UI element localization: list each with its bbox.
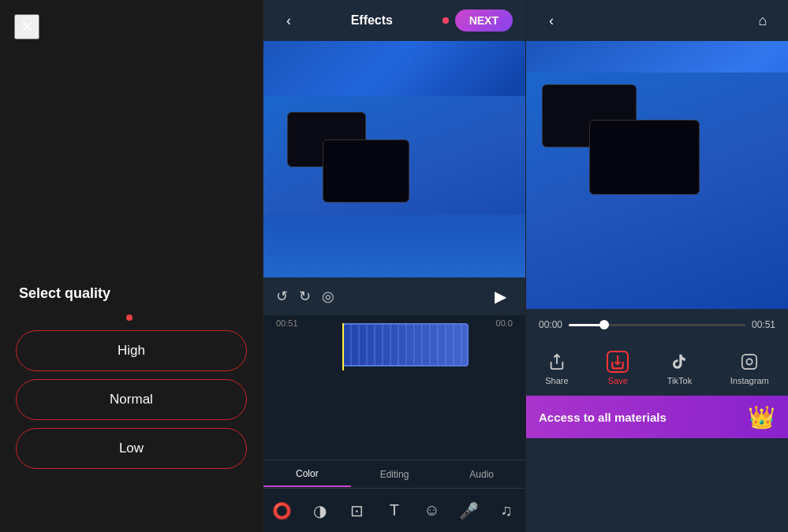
crown-icon: 👑 [748,404,775,430]
redo-icon[interactable]: ↻ [299,288,311,305]
instagram-action[interactable]: Instagram [730,351,769,385]
quality-panel: ✕ Select quality High Normal Low [0,0,263,532]
share-icon [546,351,568,373]
tiktok-label: TikTok [667,376,692,385]
crop-icon[interactable]: ⊡ [343,497,372,525]
timeline-clip[interactable] [342,323,469,366]
emoji-icon[interactable]: ☺ [417,497,446,525]
effects-title: Effects [301,13,443,28]
home-button[interactable]: ⌂ [750,8,775,33]
share-action[interactable]: Share [545,351,568,385]
low-quality-button[interactable]: Low [16,428,247,469]
play-button[interactable]: ▶ [487,284,513,309]
back-button[interactable]: ‹ [276,8,301,33]
promo-text: Access to all materials [539,411,740,424]
text-icon[interactable]: T [380,497,409,525]
save-timeline-bar: 00:00 00:51 [526,309,788,340]
next-button[interactable]: NEXT [455,9,513,32]
effects-panel: ‹ Effects NEXT ↺ ↻ ◎ ▶ 00:51 00.0 [263,0,526,532]
quality-title: Select quality [16,285,247,302]
save-back-button[interactable]: ‹ [539,8,564,33]
clip-pattern [344,325,467,365]
save-progress-bar[interactable] [569,324,745,326]
volume-icon[interactable]: ◎ [322,288,334,305]
instagram-label: Instagram [730,376,769,385]
save-time-start: 00:00 [539,319,562,330]
circle-tool-icon[interactable]: ⭕ [268,497,297,525]
tiktok-action[interactable]: TikTok [667,351,692,385]
promo-banner[interactable]: Access to all materials 👑 [526,396,788,438]
timeline-track[interactable] [263,323,525,370]
effects-header: ‹ Effects NEXT [263,0,525,41]
contrast-icon[interactable]: ◑ [305,497,334,525]
save-label: Save [608,376,628,385]
effects-tabs: Color Editing Audio [263,459,525,488]
mic-icon[interactable]: 🎤 [455,497,484,525]
save-header: ‹ ⌂ [526,0,788,41]
save-actions-bar: Share Save TikTok [526,340,788,396]
effects-video-preview [263,41,525,277]
playback-controls: ↺ ↻ ◎ ▶ [263,277,525,315]
undo-icon[interactable]: ↺ [276,288,288,305]
high-quality-button[interactable]: High [16,330,247,371]
quality-content: Select quality High Normal Low [0,285,263,469]
tiktok-icon [668,351,690,373]
timeline-cursor [342,323,344,370]
tab-editing[interactable]: Editing [351,463,439,486]
tab-audio[interactable]: Audio [438,463,525,486]
save-action[interactable]: Save [607,351,629,385]
bottom-tools-bar: ⭕ ◑ ⊡ T ☺ 🎤 ♫ [263,488,525,532]
close-button[interactable]: ✕ [14,14,39,39]
music-icon[interactable]: ♫ [492,497,521,525]
timeline-area: 00:51 00.0 [263,315,525,459]
tab-color[interactable]: Color [263,462,351,487]
save-time-end: 00:51 [752,319,775,330]
save-video-preview [526,41,788,309]
share-label: Share [545,376,568,385]
normal-quality-button[interactable]: Normal [16,379,247,420]
save-icon [607,351,629,373]
save-panel: ‹ ⌂ 00:00 00:51 Shar [526,0,788,532]
next-dot-indicator [443,17,449,24]
quality-indicator-dot [126,314,133,321]
save-progress-thumb[interactable] [599,320,609,329]
svg-rect-2 [742,355,756,369]
instagram-icon [738,351,760,373]
